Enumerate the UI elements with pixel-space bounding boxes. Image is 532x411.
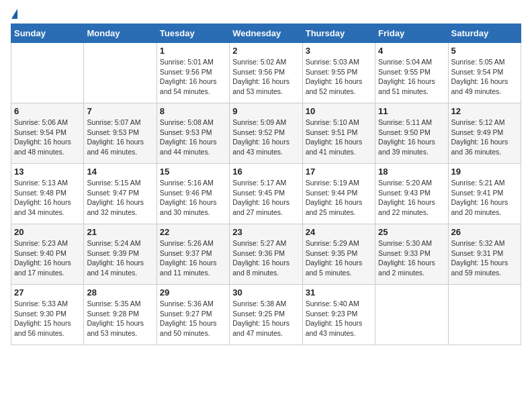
weekday-header: Tuesday bbox=[157, 24, 229, 43]
day-info: Sunrise: 5:04 AM Sunset: 9:55 PM Dayligh… bbox=[378, 57, 445, 97]
calendar-cell bbox=[11, 43, 84, 103]
calendar-cell: 11Sunrise: 5:11 AM Sunset: 9:50 PM Dayli… bbox=[375, 103, 448, 164]
day-info: Sunrise: 5:24 AM Sunset: 9:39 PM Dayligh… bbox=[87, 238, 153, 278]
day-number: 31 bbox=[306, 287, 372, 298]
calendar-cell: 25Sunrise: 5:30 AM Sunset: 9:33 PM Dayli… bbox=[375, 224, 448, 285]
day-info: Sunrise: 5:33 AM Sunset: 9:30 PM Dayligh… bbox=[14, 299, 81, 338]
day-number: 1 bbox=[160, 46, 226, 56]
calendar-week-row: 20Sunrise: 5:23 AM Sunset: 9:40 PM Dayli… bbox=[11, 224, 521, 285]
calendar-cell: 6Sunrise: 5:06 AM Sunset: 9:54 PM Daylig… bbox=[11, 103, 84, 164]
day-number: 16 bbox=[232, 167, 299, 177]
day-info: Sunrise: 5:21 AM Sunset: 9:41 PM Dayligh… bbox=[451, 178, 518, 218]
day-number: 29 bbox=[160, 287, 226, 298]
day-number: 28 bbox=[87, 287, 153, 298]
calendar-cell: 2Sunrise: 5:02 AM Sunset: 9:56 PM Daylig… bbox=[230, 43, 302, 103]
day-info: Sunrise: 5:35 AM Sunset: 9:28 PM Dayligh… bbox=[87, 299, 153, 338]
calendar-cell: 8Sunrise: 5:08 AM Sunset: 9:53 PM Daylig… bbox=[157, 103, 229, 164]
day-info: Sunrise: 5:17 AM Sunset: 9:45 PM Dayligh… bbox=[232, 178, 299, 218]
day-info: Sunrise: 5:12 AM Sunset: 9:49 PM Dayligh… bbox=[451, 118, 518, 157]
day-info: Sunrise: 5:03 AM Sunset: 9:55 PM Dayligh… bbox=[306, 57, 372, 97]
day-info: Sunrise: 5:38 AM Sunset: 9:25 PM Dayligh… bbox=[232, 299, 299, 338]
day-info: Sunrise: 5:01 AM Sunset: 9:56 PM Dayligh… bbox=[160, 57, 226, 97]
day-number: 23 bbox=[232, 227, 299, 237]
day-number: 14 bbox=[87, 167, 153, 177]
calendar-week-row: 1Sunrise: 5:01 AM Sunset: 9:56 PM Daylig… bbox=[11, 43, 521, 103]
calendar-week-row: 13Sunrise: 5:13 AM Sunset: 9:48 PM Dayli… bbox=[11, 164, 521, 224]
logo-triangle-icon bbox=[11, 9, 17, 19]
logo bbox=[11, 11, 17, 18]
day-number: 3 bbox=[306, 46, 372, 56]
day-info: Sunrise: 5:15 AM Sunset: 9:47 PM Dayligh… bbox=[87, 178, 153, 218]
calendar-cell: 29Sunrise: 5:36 AM Sunset: 9:27 PM Dayli… bbox=[157, 285, 229, 345]
calendar-cell: 17Sunrise: 5:19 AM Sunset: 9:44 PM Dayli… bbox=[302, 164, 375, 224]
day-info: Sunrise: 5:10 AM Sunset: 9:51 PM Dayligh… bbox=[306, 118, 372, 157]
day-info: Sunrise: 5:27 AM Sunset: 9:36 PM Dayligh… bbox=[232, 238, 299, 278]
calendar-cell: 10Sunrise: 5:10 AM Sunset: 9:51 PM Dayli… bbox=[302, 103, 375, 164]
weekday-header: Wednesday bbox=[230, 24, 302, 43]
calendar-cell: 3Sunrise: 5:03 AM Sunset: 9:55 PM Daylig… bbox=[302, 43, 375, 103]
day-number: 13 bbox=[14, 167, 81, 177]
calendar-cell: 7Sunrise: 5:07 AM Sunset: 9:53 PM Daylig… bbox=[84, 103, 157, 164]
weekday-header: Friday bbox=[375, 24, 448, 43]
day-number: 27 bbox=[14, 287, 81, 298]
day-number: 25 bbox=[378, 227, 445, 237]
day-info: Sunrise: 5:32 AM Sunset: 9:31 PM Dayligh… bbox=[451, 238, 518, 278]
calendar-cell bbox=[84, 43, 157, 103]
calendar-cell: 1Sunrise: 5:01 AM Sunset: 9:56 PM Daylig… bbox=[157, 43, 229, 103]
day-number: 18 bbox=[378, 167, 445, 177]
day-number: 10 bbox=[306, 106, 372, 116]
calendar-cell bbox=[375, 285, 448, 345]
calendar-cell: 18Sunrise: 5:20 AM Sunset: 9:43 PM Dayli… bbox=[375, 164, 448, 224]
day-info: Sunrise: 5:36 AM Sunset: 9:27 PM Dayligh… bbox=[160, 299, 226, 338]
calendar-cell: 28Sunrise: 5:35 AM Sunset: 9:28 PM Dayli… bbox=[84, 285, 157, 345]
page-header bbox=[11, 11, 521, 18]
day-number: 22 bbox=[160, 227, 226, 237]
calendar-cell: 9Sunrise: 5:09 AM Sunset: 9:52 PM Daylig… bbox=[230, 103, 302, 164]
weekday-header: Saturday bbox=[448, 24, 521, 43]
day-number: 24 bbox=[306, 227, 372, 237]
day-info: Sunrise: 5:11 AM Sunset: 9:50 PM Dayligh… bbox=[378, 118, 445, 157]
day-number: 30 bbox=[232, 287, 299, 298]
calendar-cell: 15Sunrise: 5:16 AM Sunset: 9:46 PM Dayli… bbox=[157, 164, 229, 224]
calendar-cell: 19Sunrise: 5:21 AM Sunset: 9:41 PM Dayli… bbox=[448, 164, 521, 224]
calendar-cell: 12Sunrise: 5:12 AM Sunset: 9:49 PM Dayli… bbox=[448, 103, 521, 164]
day-info: Sunrise: 5:02 AM Sunset: 9:56 PM Dayligh… bbox=[232, 57, 299, 97]
calendar-cell: 23Sunrise: 5:27 AM Sunset: 9:36 PM Dayli… bbox=[230, 224, 302, 285]
calendar-cell: 20Sunrise: 5:23 AM Sunset: 9:40 PM Dayli… bbox=[11, 224, 84, 285]
day-number: 17 bbox=[306, 167, 372, 177]
calendar-cell: 14Sunrise: 5:15 AM Sunset: 9:47 PM Dayli… bbox=[84, 164, 157, 224]
calendar-cell: 22Sunrise: 5:26 AM Sunset: 9:37 PM Dayli… bbox=[157, 224, 229, 285]
calendar-cell: 5Sunrise: 5:05 AM Sunset: 9:54 PM Daylig… bbox=[448, 43, 521, 103]
day-number: 8 bbox=[160, 106, 226, 116]
day-number: 9 bbox=[232, 106, 299, 116]
day-number: 11 bbox=[378, 106, 445, 116]
day-number: 19 bbox=[451, 167, 518, 177]
day-number: 26 bbox=[451, 227, 518, 237]
day-info: Sunrise: 5:30 AM Sunset: 9:33 PM Dayligh… bbox=[378, 238, 445, 278]
weekday-header-row: SundayMondayTuesdayWednesdayThursdayFrid… bbox=[11, 24, 521, 43]
calendar-cell: 24Sunrise: 5:29 AM Sunset: 9:35 PM Dayli… bbox=[302, 224, 375, 285]
day-number: 2 bbox=[232, 46, 299, 56]
day-info: Sunrise: 5:29 AM Sunset: 9:35 PM Dayligh… bbox=[306, 238, 372, 278]
day-info: Sunrise: 5:26 AM Sunset: 9:37 PM Dayligh… bbox=[160, 238, 226, 278]
calendar-cell: 31Sunrise: 5:40 AM Sunset: 9:23 PM Dayli… bbox=[302, 285, 375, 345]
day-info: Sunrise: 5:20 AM Sunset: 9:43 PM Dayligh… bbox=[378, 178, 445, 218]
day-number: 7 bbox=[87, 106, 153, 116]
day-number: 6 bbox=[14, 106, 81, 116]
day-number: 5 bbox=[451, 46, 518, 56]
calendar-week-row: 27Sunrise: 5:33 AM Sunset: 9:30 PM Dayli… bbox=[11, 285, 521, 345]
calendar-cell bbox=[448, 285, 521, 345]
weekday-header: Monday bbox=[84, 24, 157, 43]
day-info: Sunrise: 5:07 AM Sunset: 9:53 PM Dayligh… bbox=[87, 118, 153, 157]
day-info: Sunrise: 5:06 AM Sunset: 9:54 PM Dayligh… bbox=[14, 118, 81, 157]
calendar-cell: 13Sunrise: 5:13 AM Sunset: 9:48 PM Dayli… bbox=[11, 164, 84, 224]
weekday-header: Thursday bbox=[302, 24, 375, 43]
calendar-cell: 30Sunrise: 5:38 AM Sunset: 9:25 PM Dayli… bbox=[230, 285, 302, 345]
calendar-cell: 27Sunrise: 5:33 AM Sunset: 9:30 PM Dayli… bbox=[11, 285, 84, 345]
calendar-cell: 21Sunrise: 5:24 AM Sunset: 9:39 PM Dayli… bbox=[84, 224, 157, 285]
day-info: Sunrise: 5:08 AM Sunset: 9:53 PM Dayligh… bbox=[160, 118, 226, 157]
day-info: Sunrise: 5:23 AM Sunset: 9:40 PM Dayligh… bbox=[14, 238, 81, 278]
calendar-cell: 26Sunrise: 5:32 AM Sunset: 9:31 PM Dayli… bbox=[448, 224, 521, 285]
day-number: 15 bbox=[160, 167, 226, 177]
calendar-table: SundayMondayTuesdayWednesdayThursdayFrid… bbox=[11, 24, 521, 345]
